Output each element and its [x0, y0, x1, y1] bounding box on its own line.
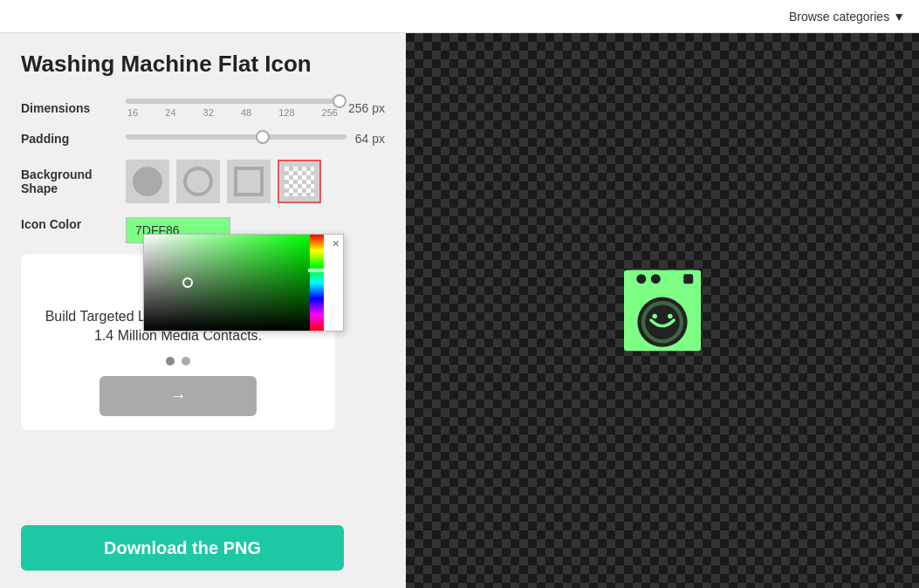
dimensions-label: Dimensions [21, 101, 126, 115]
color-picker-inner: × [144, 235, 343, 331]
dimensions-slider-thumb[interactable] [333, 94, 346, 108]
color-crosshair [182, 277, 193, 288]
shape-options [126, 160, 321, 203]
arrow-right-icon: → [169, 386, 187, 406]
color-picker-popup: × [143, 234, 344, 332]
background-shape-control: Background Shape [21, 160, 385, 203]
page-title: Washing Machine Flat Icon [21, 51, 385, 78]
close-picker-button[interactable]: × [333, 236, 339, 250]
browse-categories-button[interactable]: Browse categories ▼ [789, 10, 905, 24]
icon-color-label: Icon Color [21, 217, 126, 231]
svg-point-10 [668, 314, 673, 319]
washing-machine-preview [614, 263, 710, 359]
dot-1[interactable] [166, 357, 175, 366]
filled-circle-icon [133, 167, 162, 196]
dimensions-control: Dimensions 16 24 32 48 128 256 256 px [21, 99, 385, 118]
svg-point-8 [645, 304, 680, 339]
chevron-down-icon: ▼ [893, 10, 905, 24]
shape-filled-circle[interactable] [126, 160, 169, 203]
shape-checker[interactable] [278, 160, 321, 203]
download-button[interactable]: Download the PNG [21, 525, 344, 571]
padding-slider-area [126, 134, 346, 143]
dimensions-slider-area: 16 24 32 48 128 256 [126, 99, 339, 118]
hue-slider[interactable] [310, 235, 324, 331]
padding-control: Padding 64 px [21, 132, 385, 146]
checker-icon [285, 167, 314, 196]
outline-circle-icon [183, 167, 213, 196]
shape-outline-square[interactable] [227, 160, 271, 203]
right-panel-preview [406, 33, 919, 588]
dimensions-labels: 16 24 32 48 128 256 [126, 107, 339, 118]
dot-2[interactable] [182, 357, 190, 366]
browse-categories-label: Browse categories [789, 10, 889, 24]
padding-slider-track[interactable] [126, 134, 346, 140]
main-container: Washing Machine Flat Icon Dimensions 16 … [0, 33, 919, 588]
padding-label: Padding [21, 132, 126, 146]
header: Browse categories ▼ [0, 0, 919, 33]
ad-dots [35, 357, 321, 366]
dimensions-value: 256 px [348, 101, 385, 115]
svg-rect-5 [683, 274, 693, 284]
ad-next-button[interactable]: → [99, 376, 257, 416]
dimensions-slider-track[interactable] [126, 99, 339, 104]
svg-point-3 [636, 274, 646, 284]
padding-value: 64 px [355, 132, 385, 146]
svg-point-4 [651, 274, 661, 284]
padding-slider-thumb[interactable] [256, 130, 270, 144]
hue-indicator [308, 269, 326, 272]
svg-point-9 [652, 314, 657, 319]
left-panel: Washing Machine Flat Icon Dimensions 16 … [0, 33, 406, 588]
color-gradient-area[interactable] [144, 235, 310, 331]
shape-outline-circle[interactable] [176, 160, 220, 203]
outline-square-icon [234, 167, 264, 196]
background-shape-label: Background Shape [21, 168, 126, 195]
